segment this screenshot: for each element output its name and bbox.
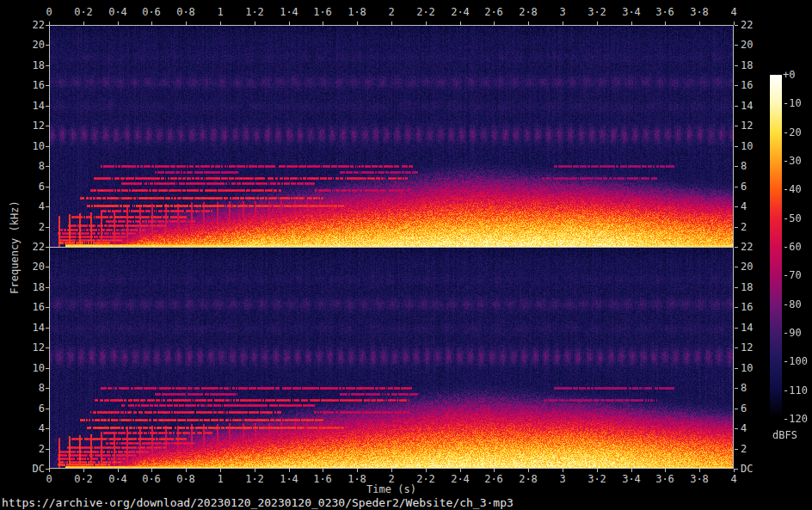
freq-tick bbox=[735, 287, 738, 288]
freq-tick bbox=[46, 368, 49, 369]
time-tick bbox=[220, 469, 221, 472]
time-tick bbox=[699, 469, 700, 472]
time-tick-label: 0·6 bbox=[134, 6, 169, 18]
time-tick bbox=[357, 469, 358, 472]
freq-tick bbox=[46, 428, 49, 429]
time-tick-label: 2·2 bbox=[409, 6, 443, 18]
freq-tick bbox=[46, 126, 49, 126]
freq-tick bbox=[46, 287, 49, 288]
freq-tick bbox=[735, 449, 738, 450]
time-tick-label: 0·8 bbox=[169, 6, 203, 18]
spectrogram-window: Frequency (kHz) 000·20·20·40·40·60·60·80… bbox=[0, 0, 812, 510]
time-tick bbox=[151, 22, 152, 25]
freq-tick-label: 16 bbox=[10, 301, 45, 313]
freq-tick bbox=[735, 368, 738, 369]
freq-tick bbox=[735, 166, 738, 167]
time-tick bbox=[494, 22, 495, 25]
colorbar bbox=[770, 75, 782, 419]
time-tick bbox=[460, 22, 461, 25]
freq-tick bbox=[46, 328, 49, 329]
time-tick bbox=[118, 469, 119, 472]
colorbar-tick-label: -50 bbox=[783, 212, 812, 224]
freq-tick-label: 20 bbox=[741, 39, 775, 51]
freq-tick-label: 4 bbox=[10, 200, 45, 212]
freq-tick bbox=[46, 388, 49, 389]
time-tick-label: 2 bbox=[374, 6, 409, 18]
time-tick bbox=[597, 22, 598, 25]
freq-tick-label: 20 bbox=[10, 39, 45, 51]
time-tick bbox=[289, 469, 290, 472]
freq-tick bbox=[735, 469, 738, 470]
freq-tick bbox=[735, 247, 738, 248]
colorbar-tick-label: -100 bbox=[783, 355, 812, 367]
colorbar-tick-label: -120 bbox=[783, 413, 812, 425]
freq-tick bbox=[46, 267, 49, 267]
freq-tick bbox=[735, 206, 738, 207]
time-tick-label: 1·6 bbox=[305, 6, 340, 18]
time-tick bbox=[665, 22, 666, 25]
time-tick bbox=[460, 469, 461, 472]
time-tick-label: 3·4 bbox=[614, 6, 649, 18]
freq-tick-label: DC bbox=[10, 463, 45, 475]
freq-tick-label: 18 bbox=[10, 59, 45, 71]
freq-tick bbox=[735, 146, 738, 147]
time-tick bbox=[323, 22, 323, 25]
freq-tick-label: 18 bbox=[741, 59, 775, 71]
freq-tick bbox=[46, 409, 49, 409]
colorbar-tick-label: -80 bbox=[783, 298, 812, 310]
freq-tick-label: 20 bbox=[10, 261, 45, 273]
time-tick bbox=[323, 469, 323, 472]
time-tick-label: 3·2 bbox=[580, 6, 614, 18]
time-tick bbox=[528, 469, 529, 472]
time-tick bbox=[289, 22, 290, 25]
freq-tick bbox=[735, 267, 738, 267]
time-tick bbox=[255, 469, 255, 472]
time-tick bbox=[563, 22, 563, 25]
time-tick bbox=[357, 22, 358, 25]
time-axis-label: Time (s) bbox=[49, 483, 734, 495]
freq-tick-label: 16 bbox=[10, 79, 45, 91]
freq-tick bbox=[735, 307, 738, 308]
time-tick bbox=[528, 22, 529, 25]
time-tick-label: 1·2 bbox=[237, 6, 272, 18]
freq-tick bbox=[46, 106, 49, 107]
freq-tick bbox=[735, 347, 738, 348]
colorbar-tick-label: -10 bbox=[783, 97, 812, 109]
time-tick bbox=[220, 22, 221, 25]
time-tick bbox=[494, 469, 495, 472]
time-tick bbox=[186, 469, 187, 472]
colorbar-tick-label: -30 bbox=[783, 155, 812, 167]
freq-tick-label: 8 bbox=[10, 160, 45, 172]
freq-tick bbox=[735, 106, 738, 107]
time-tick bbox=[426, 22, 427, 25]
freq-tick bbox=[735, 428, 738, 429]
freq-tick-label: 22 bbox=[10, 19, 45, 31]
time-tick bbox=[118, 22, 119, 25]
time-tick bbox=[563, 469, 563, 472]
freq-tick bbox=[735, 409, 738, 409]
freq-tick bbox=[46, 449, 49, 450]
freq-tick bbox=[46, 146, 49, 147]
freq-tick bbox=[735, 328, 738, 329]
freq-tick-label: 4 bbox=[741, 422, 775, 434]
freq-tick bbox=[46, 469, 49, 470]
freq-tick-label: 10 bbox=[10, 140, 45, 152]
time-tick-label: 0·4 bbox=[101, 6, 135, 18]
time-tick bbox=[186, 22, 187, 25]
time-tick-label: 1 bbox=[203, 6, 237, 18]
time-tick-label: 3·6 bbox=[648, 6, 682, 18]
freq-tick-label: 4 bbox=[10, 422, 45, 434]
time-tick bbox=[631, 22, 632, 25]
time-tick bbox=[597, 469, 598, 472]
freq-tick bbox=[46, 206, 49, 207]
time-tick bbox=[83, 469, 84, 472]
time-tick bbox=[665, 469, 666, 472]
time-tick-label: 3 bbox=[545, 6, 580, 18]
freq-tick bbox=[46, 166, 49, 167]
freq-tick bbox=[735, 187, 738, 187]
colorbar-tick-label: -40 bbox=[783, 183, 812, 195]
freq-tick-label: 10 bbox=[10, 362, 45, 374]
freq-tick-label: 12 bbox=[10, 341, 45, 353]
colorbar-unit-label: dBFS bbox=[772, 429, 797, 441]
freq-tick bbox=[46, 347, 49, 348]
